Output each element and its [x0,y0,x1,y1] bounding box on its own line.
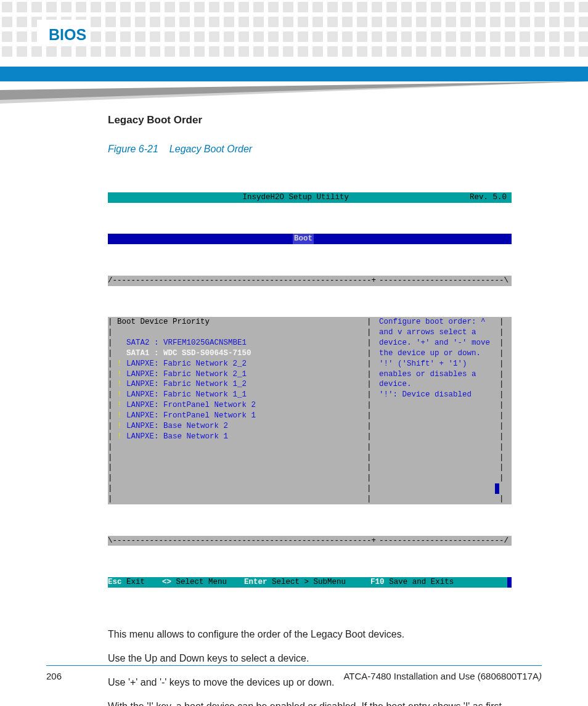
bios-key-enter: Enter [244,577,267,588]
bios-border-top: /---------------------------------------… [108,276,512,286]
bios-key-f10-label: Save and Exits [385,577,454,588]
bios-device-row[interactable]: | ! LANPXE: Fabric Network 2_2 |'!' ('Sh… [108,359,512,369]
chapter-title: BIOS [46,26,89,44]
bios-utility-name: InsydeH2O Setup Utility [108,192,351,203]
body-para-4: With the '!' key, a boot device can be e… [108,699,542,706]
figure-title: Legacy Boot Order [169,144,252,154]
body-para-1: This menu allows to configure the order … [108,627,542,641]
bios-heading-row: | Boot Device Priority |Configure boot o… [108,317,512,327]
bios-device-row[interactable]: | ! LANPXE: Base Network 2 | | [108,421,512,432]
bios-revision: Rev. 5.0 [351,192,512,203]
body-para-2: Use the Up and Down keys to select a dev… [108,651,542,665]
bios-border-bottom: \---------------------------------------… [108,536,512,546]
bios-key-bar: Esc Exit <> Select Menu Enter Select > S… [108,577,512,588]
bios-title-bar: InsydeH2O Setup Utility Rev. 5.0 [108,192,512,203]
bios-blank-row: | | | [108,442,512,453]
header-blue-bar [0,67,588,81]
bios-device-row[interactable]: | SATA2 : VRFEM1025GACNSMBE1 |device. '+… [108,338,512,348]
bios-device-row[interactable]: | ! LANPXE: FrontPanel Network 2 | | [108,400,512,411]
figure-number: Figure 6-21 [108,144,169,154]
bios-blank-row: | | | [108,473,512,483]
bios-blank-row: | | | [108,453,512,463]
bios-blank-row: | | | [108,462,512,473]
bios-blank-row: | | | [108,494,512,504]
bios-device-row[interactable]: | ! LANPXE: Base Network 1 | | [108,432,512,442]
bios-tab-boot[interactable]: Boot [293,234,314,244]
bios-device-row[interactable]: | ! LANPXE: FrontPanel Network 1 | | [108,411,512,421]
bios-device-row[interactable]: | ! LANPXE: Fabric Network 1_2 |device. … [108,379,512,390]
page-number: 206 [46,671,62,681]
bios-key-arrows: <> [162,577,171,588]
section-heading: Legacy Boot Order [108,114,542,126]
bios-blank-row: | |and v arrows select a | [108,327,512,338]
bios-screenshot: InsydeH2O Setup Utility Rev. 5.0 Boot /-… [108,161,512,609]
document-reference: ATCA-7480 Installation and Use (6806800T… [343,671,542,681]
bios-tab-bar: Boot [108,234,512,244]
bios-device-row[interactable]: | ! LANPXE: Fabric Network 2_1 |enables … [108,369,512,380]
bios-key-esc: Esc [108,577,122,588]
page-footer: 206 ATCA-7480 Installation and Use (6806… [46,665,542,681]
bios-device-row[interactable]: | ! LANPXE: Fabric Network 1_1 |'!': Dev… [108,390,512,400]
bios-blank-row: | | [108,483,512,494]
bios-key-enter-label: Select > SubMenu [267,577,346,588]
figure-caption: Figure 6-21Legacy Boot Order [108,144,542,155]
bios-key-f10: F10 [370,577,385,588]
bios-body: | Boot Device Priority |Configure boot o… [108,317,512,504]
bios-key-arrows-label: Select Menu [171,577,227,588]
bios-device-row[interactable]: | SATA1 : WDC SSD-S0064S-7150 |the devic… [108,348,512,359]
bios-key-esc-label: Exit [122,577,145,588]
header-wedge [0,81,588,104]
